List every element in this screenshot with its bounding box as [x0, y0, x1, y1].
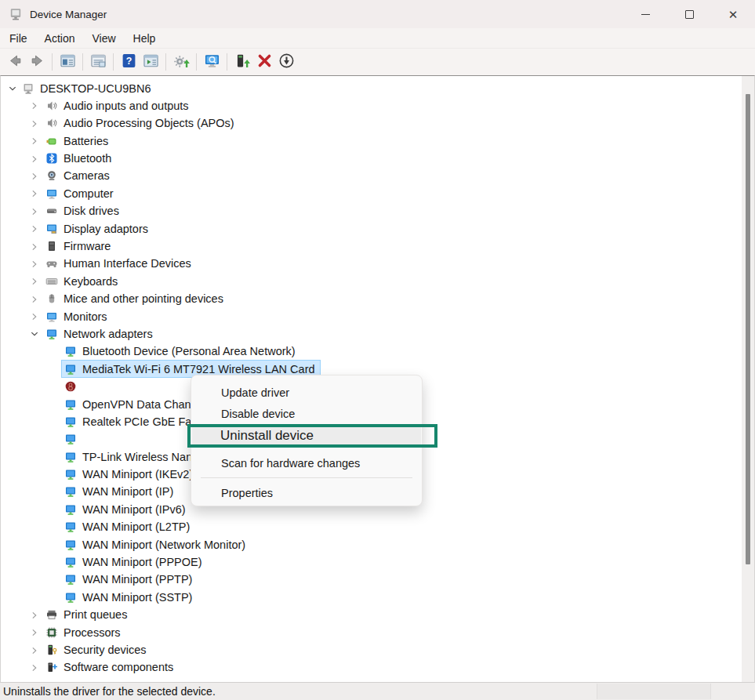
tree-item-audio-inputs-and-outputs[interactable]: Audio inputs and outputs	[1, 97, 742, 114]
tree-item-processors[interactable]: Processors	[1, 624, 742, 641]
tree-item-wan-miniport-sstp[interactable]: WAN Miniport (SSTP)	[1, 589, 742, 606]
minimize-button[interactable]	[623, 0, 667, 28]
chevron-right-icon[interactable]	[29, 241, 40, 252]
tree-item-wan-miniport-network-monitor[interactable]: WAN Miniport (Network Monitor)	[1, 536, 742, 553]
action-pane-icon	[143, 53, 159, 71]
chevron-right-icon[interactable]	[29, 662, 40, 673]
context-menu-item-update-driver[interactable]: Update driver	[192, 382, 421, 403]
tree-item-content: Firmware	[43, 238, 115, 255]
chevron-right-icon[interactable]	[29, 206, 40, 217]
tree-item-content: Audio Processing Objects (APOs)	[43, 115, 239, 132]
tree-item-human-interface-devices[interactable]: Human Interface Devices	[1, 256, 742, 273]
chevron-right-icon[interactable]	[29, 118, 40, 129]
tree-item-software-components[interactable]: Software components	[1, 659, 742, 676]
tree-item-label: Processors	[64, 626, 121, 639]
tree-item-monitors[interactable]: Monitors	[1, 308, 742, 325]
tree-item-bluetooth[interactable]: Bluetooth	[1, 151, 742, 168]
tree-item-label: MediaTek Wi-Fi 6 MT7921 Wireless LAN Car…	[82, 363, 315, 375]
chevron-right-icon[interactable]	[29, 294, 40, 305]
toolbar-separator	[165, 53, 166, 71]
scan-hardware-changes-toolbar-button[interactable]	[201, 52, 222, 72]
tree-item-print-queues[interactable]: Print queues	[1, 607, 742, 624]
device-manager-app-icon	[9, 7, 23, 21]
chevron-right-icon[interactable]	[29, 259, 40, 270]
status-bar-text: Uninstalls the driver for the selected d…	[3, 685, 216, 698]
network-icon	[64, 398, 77, 411]
properties-toolbar-button[interactable]	[88, 52, 108, 72]
action-pane-toolbar-button[interactable]	[140, 52, 161, 72]
scrollbar-thumb[interactable]	[746, 94, 750, 564]
chevron-right-icon[interactable]	[29, 188, 40, 199]
tree-item-content: Computer	[43, 185, 118, 201]
chevron-right-icon[interactable]	[29, 223, 40, 234]
network-icon	[64, 539, 77, 551]
tree-item-disk-drives[interactable]: Disk drives	[1, 203, 742, 220]
chevron-right-icon[interactable]	[29, 154, 40, 165]
chevron-right-icon[interactable]	[29, 276, 40, 287]
tree-item-wan-miniport-pptp[interactable]: WAN Miniport (PPTP)	[1, 571, 742, 589]
chevron-down-icon[interactable]	[29, 328, 40, 339]
tree-item-label: Print queues	[64, 608, 127, 621]
tree-item-mice-and-other-pointing-devices[interactable]: Mice and other pointing devices	[1, 291, 742, 308]
device-update-icon	[234, 53, 251, 71]
chevron-right-icon[interactable]	[29, 645, 40, 656]
chevron-right-icon[interactable]	[29, 100, 40, 111]
tree-item-network-adapters[interactable]: Network adapters	[1, 325, 742, 343]
uninstall-device-toolbar-button[interactable]	[254, 52, 274, 72]
menu-file[interactable]: File	[1, 31, 36, 46]
tree-item-label: Audio inputs and outputs	[64, 100, 189, 112]
tree-item-content: TP-Link Wireless Nano	[62, 448, 203, 465]
tree-item-label: Mice and other pointing devices	[64, 292, 223, 305]
tree-item-cameras[interactable]: Cameras	[1, 168, 742, 185]
tree-item-label: WAN Miniport (L2TP)	[82, 520, 190, 533]
tree-item-audio-processing-objects-apos[interactable]: Audio Processing Objects (APOs)	[1, 115, 742, 132]
tree-item-keyboards[interactable]: Keyboards	[1, 273, 742, 290]
update-driver-toolbar-button[interactable]	[171, 52, 191, 72]
context-menu-item-disable-device[interactable]: Disable device	[192, 403, 421, 424]
tree-item-content: Mice and other pointing devices	[43, 291, 228, 307]
tree-item-bluetooth-device-personal-area-network[interactable]: Bluetooth Device (Personal Area Network)	[1, 343, 742, 361]
context-menu-item-scan-for-hardware-changes[interactable]: Scan for hardware changes	[192, 452, 421, 473]
back-toolbar-button[interactable]	[5, 52, 25, 72]
tree-item-label: Cameras	[64, 169, 110, 182]
disable-device-toolbar-button[interactable]	[276, 52, 296, 72]
help-icon: ?	[121, 53, 137, 71]
chevron-right-icon[interactable]	[29, 627, 40, 638]
menu-action[interactable]: Action	[36, 31, 84, 46]
pc-icon	[22, 82, 34, 95]
tree-item-computer[interactable]: Computer	[1, 185, 742, 202]
window-title: Device Manager	[30, 9, 107, 20]
tree-item-wan-miniport-l2tp[interactable]: WAN Miniport (L2TP)	[1, 519, 742, 536]
tree-item-security-devices[interactable]: Security devices	[1, 642, 742, 659]
network-icon	[64, 503, 77, 516]
menu-help[interactable]: Help	[125, 31, 165, 46]
tree-item-firmware[interactable]: Firmware	[1, 238, 742, 256]
update-device-driver-toolbar-button[interactable]	[232, 52, 252, 72]
tree-item-batteries[interactable]: Batteries	[1, 132, 742, 150]
help-toolbar-button[interactable]: ?	[118, 52, 139, 72]
window-controls: ✕	[623, 0, 755, 28]
chevron-right-icon[interactable]	[29, 311, 40, 322]
network-icon	[64, 485, 77, 498]
tree-item-display-adaptors[interactable]: Display adaptors	[1, 220, 742, 238]
chevron-right-icon[interactable]	[29, 136, 40, 147]
tree-item-content: WAN Miniport (PPTP)	[62, 571, 197, 588]
tree-item-content: Human Interface Devices	[43, 256, 196, 272]
context-menu-item-properties[interactable]: Properties	[192, 482, 421, 503]
tree-item-wan-miniport-pppoe[interactable]: WAN Miniport (PPPOE)	[1, 554, 742, 571]
close-button[interactable]: ✕	[711, 0, 755, 28]
menu-view[interactable]: View	[83, 31, 124, 46]
tree-item-desktop-ucu9bn6[interactable]: DESKTOP-UCU9BN6	[1, 80, 742, 97]
network-icon	[45, 328, 58, 340]
tree-item-content: WAN Miniport (PPPOE)	[62, 554, 207, 571]
processor-icon	[45, 626, 58, 639]
chevron-right-icon[interactable]	[29, 171, 40, 182]
forward-toolbar-button[interactable]	[27, 52, 47, 72]
context-menu-item-uninstall-device[interactable]: Uninstall device	[192, 424, 421, 448]
chevron-right-icon[interactable]	[29, 610, 40, 621]
vertical-scrollbar[interactable]	[742, 76, 754, 683]
tree-item-content: Software components	[43, 659, 178, 676]
show-console-tree-toolbar-button[interactable]	[57, 52, 78, 72]
maximize-button[interactable]	[667, 0, 711, 28]
chevron-down-icon[interactable]	[7, 83, 18, 94]
